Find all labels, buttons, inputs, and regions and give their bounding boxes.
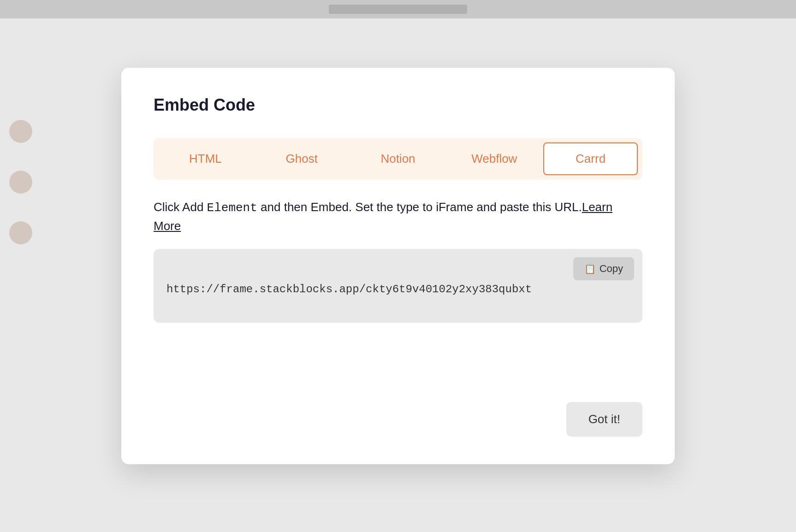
modal-title: Embed Code (154, 95, 642, 115)
copy-icon: 📋 (584, 263, 596, 274)
copy-button[interactable]: 📋 Copy (573, 257, 634, 280)
code-box: 📋 Copy https://frame.stackblocks.app/ckt… (154, 249, 642, 323)
embed-description: Click Add Element and then Embed. Set th… (154, 198, 642, 235)
tab-carrd[interactable]: Carrd (543, 142, 638, 175)
tab-notion[interactable]: Notion (351, 142, 446, 175)
description-code: Element (207, 201, 257, 215)
description-text-2: and then Embed. Set the type to iFrame a… (257, 200, 582, 214)
modal-overlay: Embed Code HTML Ghost Notion Webflow Car… (0, 0, 796, 532)
tab-html[interactable]: HTML (158, 142, 253, 175)
tab-ghost[interactable]: Ghost (255, 142, 349, 175)
tab-webflow[interactable]: Webflow (447, 142, 541, 175)
embed-code-modal: Embed Code HTML Ghost Notion Webflow Car… (121, 68, 675, 464)
embed-url: https://frame.stackblocks.app/ckty6t9v40… (166, 283, 630, 296)
modal-footer: Got it! (154, 374, 642, 437)
tabs-container: HTML Ghost Notion Webflow Carrd (154, 138, 642, 180)
got-it-button[interactable]: Got it! (566, 402, 642, 437)
copy-label: Copy (600, 263, 623, 275)
description-text-1: Click Add (154, 200, 207, 214)
